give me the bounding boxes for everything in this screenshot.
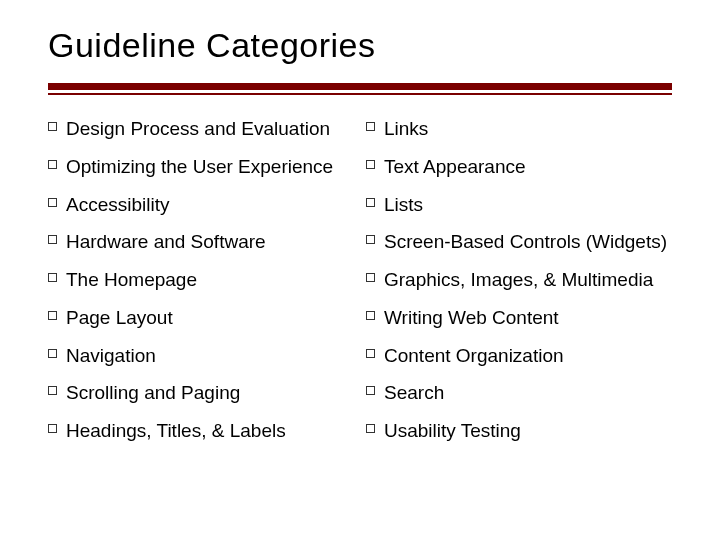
bullet-square-icon xyxy=(48,160,57,169)
list-item: Writing Web Content xyxy=(366,306,672,330)
list-item: Accessibility xyxy=(48,193,354,217)
right-column: Links Text Appearance Lists Screen-Based… xyxy=(366,117,672,457)
list-item: Usability Testing xyxy=(366,419,672,443)
right-list: Links Text Appearance Lists Screen-Based… xyxy=(366,117,672,443)
bullet-square-icon xyxy=(48,424,57,433)
list-item: Screen-Based Controls (Widgets) xyxy=(366,230,672,254)
list-item: Links xyxy=(366,117,672,141)
bullet-square-icon xyxy=(48,386,57,395)
list-item: Design Process and Evaluation xyxy=(48,117,354,141)
bullet-square-icon xyxy=(48,349,57,358)
list-item-label: Writing Web Content xyxy=(384,307,559,328)
list-item-label: Accessibility xyxy=(66,194,169,215)
list-item-label: Graphics, Images, & Multimedia xyxy=(384,269,653,290)
left-list: Design Process and Evaluation Optimizing… xyxy=(48,117,354,443)
list-item: Navigation xyxy=(48,344,354,368)
list-item-label: Hardware and Software xyxy=(66,231,266,252)
bullet-square-icon xyxy=(48,122,57,131)
list-item: Hardware and Software xyxy=(48,230,354,254)
bullet-square-icon xyxy=(366,160,375,169)
bullet-square-icon xyxy=(366,122,375,131)
divider-thick xyxy=(48,83,672,90)
list-item-label: Search xyxy=(384,382,444,403)
bullet-square-icon xyxy=(366,273,375,282)
list-item-label: Page Layout xyxy=(66,307,173,328)
list-item-label: Design Process and Evaluation xyxy=(66,118,330,139)
list-item: The Homepage xyxy=(48,268,354,292)
list-item-label: Text Appearance xyxy=(384,156,526,177)
content-columns: Design Process and Evaluation Optimizing… xyxy=(48,117,672,457)
list-item-label: Usability Testing xyxy=(384,420,521,441)
bullet-square-icon xyxy=(366,311,375,320)
list-item-label: The Homepage xyxy=(66,269,197,290)
list-item: Page Layout xyxy=(48,306,354,330)
title-divider xyxy=(48,83,672,95)
list-item: Content Organization xyxy=(366,344,672,368)
left-column: Design Process and Evaluation Optimizing… xyxy=(48,117,354,457)
list-item: Scrolling and Paging xyxy=(48,381,354,405)
divider-thin xyxy=(48,93,672,95)
list-item-label: Navigation xyxy=(66,345,156,366)
list-item: Text Appearance xyxy=(366,155,672,179)
bullet-square-icon xyxy=(366,349,375,358)
bullet-square-icon xyxy=(48,311,57,320)
list-item: Graphics, Images, & Multimedia xyxy=(366,268,672,292)
list-item-label: Links xyxy=(384,118,428,139)
list-item-label: Lists xyxy=(384,194,423,215)
list-item-label: Scrolling and Paging xyxy=(66,382,240,403)
list-item: Headings, Titles, & Labels xyxy=(48,419,354,443)
bullet-square-icon xyxy=(366,235,375,244)
bullet-square-icon xyxy=(48,273,57,282)
list-item: Lists xyxy=(366,193,672,217)
bullet-square-icon xyxy=(48,198,57,207)
list-item-label: Optimizing the User Experience xyxy=(66,156,333,177)
list-item-label: Content Organization xyxy=(384,345,564,366)
list-item: Optimizing the User Experience xyxy=(48,155,354,179)
slide: Guideline Categories Design Process and … xyxy=(0,0,720,540)
bullet-square-icon xyxy=(366,424,375,433)
bullet-square-icon xyxy=(366,386,375,395)
list-item: Search xyxy=(366,381,672,405)
slide-title: Guideline Categories xyxy=(48,26,672,65)
list-item-label: Headings, Titles, & Labels xyxy=(66,420,286,441)
bullet-square-icon xyxy=(48,235,57,244)
list-item-label: Screen-Based Controls (Widgets) xyxy=(384,231,667,252)
bullet-square-icon xyxy=(366,198,375,207)
